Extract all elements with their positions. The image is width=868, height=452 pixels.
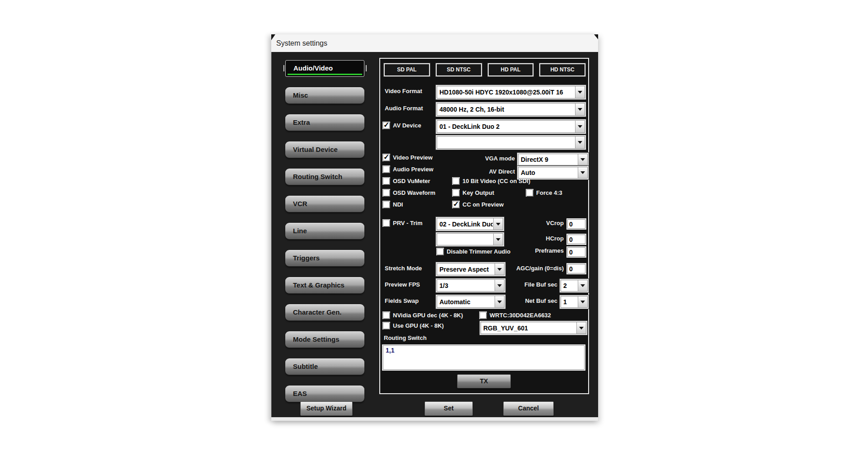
sd-ntsc-button[interactable]: SD NTSC [436, 63, 482, 76]
corner-notch-left [271, 34, 275, 40]
preview-fps-select[interactable]: 1/3 [436, 278, 505, 292]
sidebar-item-virtual-device[interactable]: Virtual Device [285, 141, 364, 158]
hd-pal-button[interactable]: HD PAL [488, 63, 534, 76]
audio-video-panel: SD PAL SD NTSC HD PAL HD NTSC Video Form… [379, 58, 589, 394]
ndi-checkbox[interactable] [383, 201, 390, 208]
hd-ntsc-button[interactable]: HD NTSC [539, 63, 585, 76]
sidebar-item-label: Mode Settings [285, 332, 364, 347]
preframes-label: Preframes [506, 245, 564, 256]
sidebar-item-extra[interactable]: Extra [285, 114, 364, 131]
preview-fps-value: 1/3 [437, 279, 494, 292]
chevron-down-icon[interactable] [575, 104, 585, 115]
window-title: System settings [276, 34, 327, 52]
nvidia-gpu-dec-label: NVidia GPU dec (4K - 8K) [393, 311, 463, 320]
sidebar-item-triggers[interactable]: Triggers [285, 250, 364, 267]
use-gpu-label: Use GPU (4K - 8K) [393, 322, 444, 330]
trim-device-select[interactable]: 02 - DeckLink Duo 2 [436, 217, 504, 231]
titlebar[interactable]: System settings [271, 34, 598, 52]
file-buf-sec-select[interactable]: 2 [560, 279, 589, 292]
audio-preview-label: Audio Preview [393, 165, 434, 174]
video-format-label: Video Format [385, 85, 422, 98]
sidebar-item-label: EAS [285, 386, 364, 401]
sidebar-item-mode-settings[interactable]: Mode Settings [285, 331, 364, 348]
chevron-down-icon[interactable] [576, 322, 586, 334]
chevron-down-icon[interactable] [493, 218, 503, 230]
net-buf-sec-label: Net Buf sec [499, 295, 557, 307]
vga-mode-label: VGA mode [453, 153, 515, 165]
routing-switch-input[interactable]: 1,1 [382, 344, 585, 371]
video-format-select[interactable]: HD1080-50i HDYC 1920x1080@25.00iT 16 [436, 85, 586, 99]
fields-swap-label: Fields Swap [385, 295, 419, 307]
wrtc-checkbox[interactable] [480, 312, 486, 319]
osd-waveform-checkbox[interactable] [383, 189, 390, 196]
av-device-select[interactable]: 01 - DeckLink Duo 2 [436, 119, 586, 134]
net-buf-sec-select[interactable]: 1 [560, 295, 589, 309]
sidebar-item-routing-switch[interactable]: Routing Switch [285, 169, 364, 185]
video-preview-label: Video Preview [393, 154, 433, 162]
vcrop-input[interactable] [566, 218, 586, 230]
sidebar-item-subtitle[interactable]: Subtitle [285, 358, 364, 375]
sidebar-item-label: Triggers [285, 250, 364, 266]
fields-swap-value: Automatic [437, 296, 494, 308]
sidebar-item-line[interactable]: Line [285, 223, 364, 240]
trim-device-secondary-value [437, 233, 493, 245]
osd-waveform-label: OSD Waveform [393, 189, 435, 197]
trim-device-secondary-select[interactable] [436, 232, 504, 246]
stretch-mode-value: Preserve Aspect [437, 263, 494, 275]
chevron-down-icon[interactable] [493, 234, 503, 245]
use-gpu-checkbox[interactable] [383, 322, 390, 329]
osd-vumeter-label: OSD VuMeter [393, 177, 430, 185]
dialog-bottom-edge [271, 417, 598, 421]
sidebar-item-eas[interactable]: EAS [285, 386, 364, 402]
sidebar-item-misc[interactable]: Misc [285, 87, 364, 104]
av-device-secondary-select[interactable] [436, 135, 586, 150]
fields-swap-select[interactable]: Automatic [436, 295, 505, 309]
key-output-label: Key Output [462, 189, 494, 197]
audio-format-select[interactable]: 48000 Hz, 2 Ch, 16-bit [436, 102, 586, 117]
ten-bit-video-checkbox[interactable] [453, 178, 459, 184]
sd-pal-button[interactable]: SD PAL [384, 63, 430, 76]
key-output-checkbox[interactable] [453, 189, 459, 196]
chevron-down-icon[interactable] [578, 280, 587, 291]
stretch-mode-select[interactable]: Preserve Aspect [436, 262, 505, 276]
ten-bit-video-label: 10 Bit Video (CC on SDI) [462, 177, 530, 185]
wrtc-label: WRTC:30D042EA6632 [490, 311, 551, 320]
sidebar-item-vcr[interactable]: VCR [285, 196, 364, 212]
dialog-body: Audio/Video Misc Extra Virtual Device Ro… [271, 52, 598, 417]
chevron-down-icon[interactable] [575, 137, 585, 148]
sidebar-item-character-gen[interactable]: Character Gen. [285, 304, 364, 321]
chevron-down-icon[interactable] [575, 86, 585, 98]
osd-vumeter-checkbox[interactable] [383, 178, 390, 184]
sidebar-item-label: VCR [285, 196, 364, 212]
cc-on-preview-checkbox[interactable] [453, 201, 459, 208]
sidebar-item-text-graphics[interactable]: Text & Graphics [285, 277, 364, 294]
chevron-down-icon[interactable] [578, 297, 587, 307]
nvidia-gpu-dec-checkbox[interactable] [383, 312, 390, 319]
audio-preview-checkbox[interactable] [383, 166, 390, 173]
disable-trimmer-audio-label: Disable Trimmer Audio [447, 248, 510, 256]
hcrop-input[interactable] [566, 234, 586, 245]
system-settings-window: System settings Audio/Video Misc Extra V… [271, 34, 598, 421]
video-preview-checkbox[interactable] [383, 154, 390, 161]
set-button[interactable]: Set [425, 401, 473, 416]
prv-trim-checkbox[interactable] [383, 220, 390, 226]
sidebar-item-label: Virtual Device [285, 142, 364, 157]
chevron-down-icon[interactable] [578, 154, 587, 165]
force-4-3-checkbox[interactable] [526, 189, 533, 196]
av-device-checkbox[interactable] [383, 122, 390, 129]
preframes-input[interactable] [566, 246, 586, 258]
audio-format-value: 48000 Hz, 2 Ch, 16-bit [437, 103, 575, 116]
tx-button[interactable]: TX [457, 374, 511, 388]
sidebar-item-label: Line [285, 223, 364, 239]
cancel-button[interactable]: Cancel [503, 401, 554, 416]
chevron-down-icon[interactable] [575, 121, 585, 132]
disable-trimmer-audio-checkbox[interactable] [437, 248, 443, 255]
vga-mode-select[interactable]: DirectX 9 [517, 153, 589, 166]
setup-wizard-button[interactable]: Setup Wizard [300, 401, 353, 416]
cc-on-preview-label: CC on Preview [462, 201, 504, 209]
agc-gain-input[interactable] [566, 263, 586, 274]
color-space-select[interactable]: RGB_YUV_601 [480, 321, 587, 335]
sidebar-item-audio-video[interactable]: Audio/Video [285, 60, 364, 77]
chevron-down-icon[interactable] [578, 167, 587, 178]
sidebar-item-label: Text & Graphics [285, 278, 364, 293]
